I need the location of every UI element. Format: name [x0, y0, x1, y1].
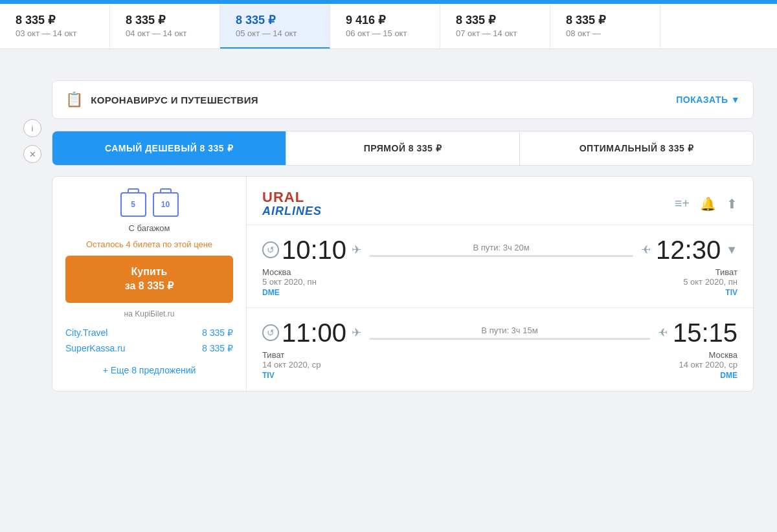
arr-code-1: DME: [679, 371, 738, 380]
arr-time-1: 15:15: [673, 318, 738, 348]
flight-right-panel: URAL AIRLINES ≡+ 🔔 ⬆ ↺ 10:10 ✈: [247, 177, 753, 391]
alt-offer-price-1: 8 335 ₽: [202, 343, 233, 353]
tab-cheapest-label: САМЫЙ ДЕШЕВЫЙ 8 335 ₽: [105, 143, 233, 153]
corona-show-button[interactable]: ПОКАЗАТЬ ▼: [676, 94, 740, 105]
flight-card: 5 10 С багажом Осталось 4 билета по этой…: [52, 176, 754, 392]
dep-city-1: Тиват: [262, 350, 321, 360]
price-4: 8 335 ₽: [456, 13, 534, 27]
alt-offer-site-1[interactable]: SuperKassa.ru: [65, 343, 126, 353]
info-button[interactable]: i: [23, 119, 41, 137]
date-price-item-1[interactable]: 8 335 ₽ 04 окт — 14 окт: [110, 4, 220, 49]
arr-code-0: TIV: [683, 288, 738, 297]
bag-large-icon: 10: [153, 192, 179, 217]
arr-city-1: Москва: [679, 350, 738, 360]
segment-row-0: ↺ 10:10 ✈ В пути: 3ч 20м ✈ 12:30 ▼: [262, 236, 738, 265]
buy-btn-line1: Купить: [85, 265, 214, 279]
corona-text: КОРОНАВИРУС И ПУТЕШЕСТВИЯ: [91, 94, 258, 105]
dep-code-1: TIV: [262, 371, 321, 380]
price-3: 9 416 ₽: [346, 13, 424, 27]
expand-segment-0[interactable]: ▼: [721, 243, 738, 257]
bell-icon[interactable]: 🔔: [700, 196, 716, 212]
flight-segment-1: ↺ 11:00 ✈ В пути: 3ч 15м ✈ 15:15 Тиват: [247, 307, 753, 390]
track-line-1: [369, 338, 650, 340]
duration-track-1: В пути: 3ч 15м: [369, 326, 650, 340]
plane-arrive-icon-0: ✈: [641, 243, 651, 257]
tab-optimal[interactable]: ОПТИМАЛЬНЫЙ 8 335 ₽: [520, 131, 753, 165]
corona-action-label: ПОКАЗАТЬ: [676, 94, 728, 105]
dates-2: 05 окт — 14 окт: [236, 28, 314, 38]
add-to-compare-icon[interactable]: ≡+: [675, 196, 690, 211]
dates-5: 08 окт —: [566, 28, 644, 38]
on-site-label: на KupiБilet.ru: [124, 309, 175, 318]
price-1: 8 335 ₽: [126, 13, 204, 27]
duration-text-1: В пути: 3ч 15м: [481, 326, 537, 335]
airline-name-ural: URAL: [262, 190, 322, 205]
flight-actions: ≡+ 🔔 ⬆: [675, 196, 738, 212]
main-content: i ✕ 📋 КОРОНАВИРУС И ПУТЕШЕСТВИЯ ПОКАЗАТЬ…: [13, 69, 764, 392]
buy-btn-line2: за 8 335 ₽: [85, 279, 214, 293]
airline-name-airlines: AIRLINES: [262, 205, 322, 218]
arr-date-0: 5 окт 2020, пн: [683, 277, 738, 287]
dates-4: 07 окт — 14 окт: [456, 28, 534, 38]
tab-cheapest[interactable]: САМЫЙ ДЕШЕВЫЙ 8 335 ₽: [52, 131, 286, 165]
bag-small-icon: 5: [120, 192, 146, 217]
duration-track-0: В пути: 3ч 20м: [369, 243, 633, 257]
date-price-item-2[interactable]: 8 335 ₽ 05 окт — 14 окт: [220, 4, 330, 49]
flight-segment-0: ↺ 10:10 ✈ В пути: 3ч 20м ✈ 12:30 ▼ М: [247, 225, 753, 307]
price-5: 8 335 ₽: [566, 13, 644, 27]
sidebar: i ✕: [23, 80, 41, 392]
flight-left-panel: 5 10 С багажом Осталось 4 билета по этой…: [52, 177, 247, 391]
seg-dep-detail-0: Москва 5 окт 2020, пн DME: [262, 267, 317, 297]
tab-row: САМЫЙ ДЕШЕВЫЙ 8 335 ₽ ПРЯМОЙ 8 335 ₽ ОПТ…: [52, 131, 754, 166]
tab-direct-label: ПРЯМОЙ 8 335 ₽: [364, 143, 442, 153]
baggage-icons: 5 10: [120, 192, 179, 217]
corona-icon: 📋: [65, 91, 83, 108]
price-2: 8 335 ₽: [236, 13, 314, 27]
plane-arrive-icon-1: ✈: [658, 326, 668, 340]
seg-arr-detail-0: Тиват 5 окт 2020, пн TIV: [683, 267, 738, 297]
arr-date-1: 14 окт 2020, ср: [679, 360, 738, 370]
content-area: 📋 КОРОНАВИРУС И ПУТЕШЕСТВИЯ ПОКАЗАТЬ ▼ С…: [52, 80, 754, 392]
baggage-label: С багажом: [129, 223, 170, 233]
info-icon: i: [32, 124, 34, 133]
close-button[interactable]: ✕: [23, 145, 41, 163]
tab-direct[interactable]: ПРЯМОЙ 8 335 ₽: [286, 131, 520, 165]
dates-1: 04 окт — 14 окт: [126, 28, 204, 38]
date-price-item-0[interactable]: 8 335 ₽ 03 окт — 14 окт: [0, 4, 110, 49]
airline-logo: URAL AIRLINES: [262, 190, 322, 218]
segment-details-0: Москва 5 окт 2020, пн DME Тиват 5 окт 20…: [262, 267, 738, 297]
price-0: 8 335 ₽: [16, 13, 94, 27]
alt-offer-0: City.Travel 8 335 ₽: [65, 325, 233, 340]
dep-time-1: 11:00: [282, 318, 346, 348]
dep-date-1: 14 окт 2020, ср: [262, 360, 321, 370]
alt-offer-site-0[interactable]: City.Travel: [65, 327, 107, 338]
date-price-item-4[interactable]: 8 335 ₽ 07 окт — 14 окт: [440, 4, 550, 49]
corona-left: 📋 КОРОНАВИРУС И ПУТЕШЕСТВИЯ: [65, 91, 258, 108]
plane-depart-icon-1: ✈: [352, 326, 361, 340]
more-offers-button[interactable]: + Еще 8 предложений: [103, 365, 196, 375]
arr-city-0: Тиват: [683, 267, 738, 277]
dates-0: 03 окт — 14 окт: [16, 28, 94, 38]
seg-dep-detail-1: Тиват 14 окт 2020, ср TIV: [262, 350, 321, 380]
close-icon: ✕: [29, 150, 36, 159]
buy-button[interactable]: Купить за 8 335 ₽: [65, 256, 233, 303]
alt-offer-price-0: 8 335 ₽: [202, 327, 233, 338]
segment-details-1: Тиват 14 окт 2020, ср TIV Москва 14 окт …: [262, 350, 738, 380]
dates-3: 06 окт — 15 окт: [346, 28, 424, 38]
departure-circle-icon-0: ↺: [262, 241, 279, 258]
tab-optimal-label: ОПТИМАЛЬНЫЙ 8 335 ₽: [580, 143, 694, 153]
date-price-item-3[interactable]: 9 416 ₽ 06 окт — 15 окт: [330, 4, 440, 49]
alt-offer-1: SuperKassa.ru 8 335 ₽: [65, 340, 233, 356]
departure-circle-icon-1: ↺: [262, 324, 279, 341]
seg-arr-detail-1: Москва 14 окт 2020, ср DME: [679, 350, 738, 380]
arr-time-0: 12:30: [656, 236, 721, 265]
dep-city-0: Москва: [262, 267, 317, 277]
corona-banner: 📋 КОРОНАВИРУС И ПУТЕШЕСТВИЯ ПОКАЗАТЬ ▼: [52, 80, 754, 119]
date-price-row: 8 335 ₽ 03 окт — 14 окт 8 335 ₽ 04 окт —…: [0, 4, 777, 49]
track-line-0: [369, 255, 633, 257]
flight-header: URAL AIRLINES ≡+ 🔔 ⬆: [247, 177, 753, 225]
share-icon[interactable]: ⬆: [726, 196, 738, 212]
date-price-item-5[interactable]: 8 335 ₽ 08 окт —: [550, 4, 660, 49]
tickets-left-label: Осталось 4 билета по этой цене: [86, 239, 212, 249]
dep-code-0: DME: [262, 288, 317, 297]
